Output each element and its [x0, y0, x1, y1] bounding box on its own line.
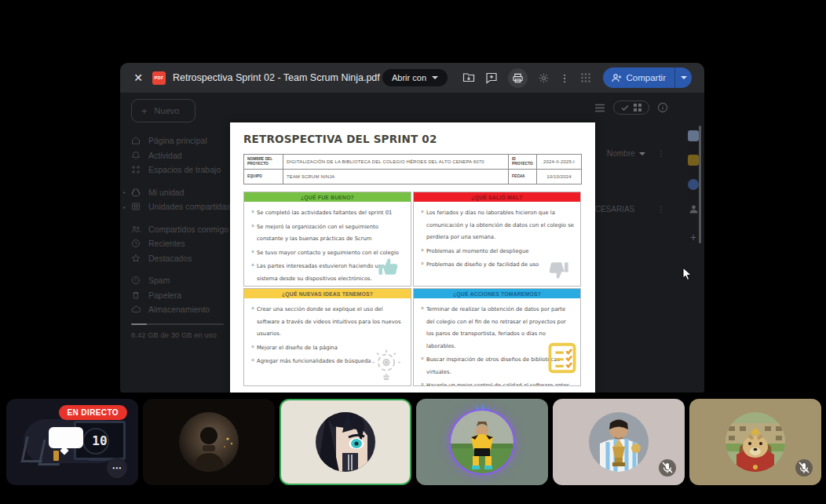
mouse-cursor — [682, 267, 693, 281]
folder-menu-icon[interactable]: ⋮ — [657, 205, 665, 214]
quadrant-actions: ¿QUÉ ACCIONES TOMAREMOS? oTerminar de re… — [413, 288, 581, 386]
lightbulb-icon — [370, 348, 403, 382]
mic-off-icon — [658, 458, 677, 477]
bullet-item: Los feriados y días no laborables hicier… — [426, 207, 574, 244]
bullet-item: Se mejoró la organización con el seguimi… — [257, 221, 404, 246]
bullet-item: Hacerle un mejor control de calidad al s… — [426, 380, 574, 385]
add-comment-icon[interactable] — [485, 71, 498, 84]
quadrant-title: ¿QUÉ SALIÓ MAL? — [471, 195, 522, 200]
apps-grid-icon[interactable] — [580, 72, 591, 83]
bullet-item: Crear una sección donde se explique el u… — [257, 304, 404, 341]
open-with-button[interactable]: Abrir con — [382, 69, 448, 86]
file-title: Retrospectiva Sprint 02 - Team Scrum Nin… — [173, 72, 380, 83]
quadrant-title: ¿QUÉ ACCIONES TOMAREMOS? — [453, 291, 541, 297]
tile-participant-6[interactable] — [689, 399, 821, 485]
add-to-drive-icon[interactable] — [462, 71, 475, 84]
live-badge: EN DIRECTO — [59, 405, 128, 420]
side-panel-apps: + — [688, 130, 699, 243]
drive-new-button[interactable]: + Nuevo — [131, 99, 196, 122]
quadrant-title: ¿QUÉ NUEVAS IDEAS TENEMOS? — [282, 291, 373, 297]
tasks-icon[interactable] — [688, 179, 699, 190]
more-options-icon[interactable]: ⋮ — [560, 73, 570, 83]
quadrant-title: ¿QUÉ FUE BUENO? — [301, 195, 354, 200]
tile-presentation-live[interactable]: 10 EN DIRECTO ⋯ — [6, 399, 138, 485]
sort-by-name[interactable]: Nombre — [607, 149, 645, 158]
tile-participant-3-active[interactable] — [280, 399, 411, 485]
meta-value: 2024-II-2025-I — [537, 155, 582, 170]
contacts-icon[interactable] — [689, 203, 699, 217]
tile-participant-4[interactable] — [416, 399, 548, 485]
avatar — [589, 412, 649, 472]
new-label: Nuevo — [155, 106, 180, 115]
column-menu-icon[interactable]: ⋮ — [657, 149, 665, 158]
meta-label: ID PROYECTO — [509, 155, 537, 170]
avatar — [316, 412, 375, 472]
drive-background: + Nuevo Página principal Actividad Espac… — [120, 93, 704, 393]
meta-label: FECHA — [509, 170, 537, 184]
meta-value: DIGITALIZACIÓN DE LA BIBLIOTECA DEL COLE… — [283, 155, 509, 170]
avatar — [451, 411, 514, 473]
get-addons-icon[interactable]: + — [690, 231, 696, 243]
thumbs-down-icon — [543, 254, 574, 284]
meta-value: TEAM SCRUM NINJA — [283, 170, 509, 184]
document-title: RETROSPECTIVA DEL SPRINT 02 — [243, 133, 437, 145]
tile-more-menu[interactable]: ⋯ — [107, 458, 127, 478]
checklist-icon — [547, 341, 577, 374]
viewer-topbar: ✕ PDF Retrospectiva Sprint 02 - Team Scr… — [120, 63, 704, 93]
open-with-label: Abrir con — [392, 73, 426, 82]
keep-icon[interactable] — [688, 155, 699, 166]
quadrant-what-went-wrong: ¿QUÉ SALIÓ MAL? oLos feriados y días no … — [413, 192, 581, 287]
card-illustration — [49, 427, 83, 448]
share-label: Compartir — [627, 73, 666, 82]
layout-toggle-pill[interactable] — [613, 100, 649, 115]
plus-icon: + — [141, 105, 148, 117]
meta-label: NOMBRE DEL PROYECTO — [244, 155, 283, 170]
settings-gear-icon[interactable] — [538, 72, 550, 84]
meet-stage: ✕ PDF Retrospectiva Sprint 02 - Team Scr… — [0, 0, 826, 504]
quadrant-new-ideas: ¿QUÉ NUEVAS IDEAS TENEMOS? oCrear una se… — [243, 288, 411, 386]
storage-progress — [131, 323, 224, 326]
bullet-item: Se completó las actividades faltantes de… — [257, 207, 404, 220]
print-icon[interactable] — [508, 68, 528, 88]
scrollbar[interactable] — [699, 126, 701, 243]
close-icon[interactable]: ✕ — [131, 71, 145, 84]
pdf-file-icon: PDF — [152, 71, 166, 85]
info-icon — [657, 102, 668, 113]
chevron-down-icon — [432, 76, 438, 79]
calendar-icon[interactable] — [688, 130, 699, 141]
avatar — [179, 412, 239, 472]
retrospective-grid: ¿QUÉ FUE BUENO? oSe completó las activid… — [243, 192, 581, 386]
mic-off-icon — [795, 458, 813, 477]
share-dropdown[interactable] — [674, 68, 692, 88]
tile-participant-5[interactable] — [553, 399, 685, 485]
view-toggle[interactable] — [594, 100, 668, 115]
quadrant-what-went-well: ¿QUÉ FUE BUENO? oSe completó las activid… — [243, 192, 411, 287]
person-add-icon — [611, 73, 622, 82]
tile-participant-2[interactable] — [143, 399, 275, 485]
meta-label: EQUIPO — [244, 170, 283, 184]
share-button[interactable]: Compartir — [603, 68, 692, 88]
screen-share-viewer: ✕ PDF Retrospectiva Sprint 02 - Team Scr… — [120, 63, 704, 393]
pdf-page-1: RETROSPECTIVA DEL SPRINT 02 NOMBRE DEL P… — [230, 122, 595, 393]
meta-value: 10/10/2024 — [537, 170, 582, 184]
avatar — [725, 412, 785, 472]
thumbs-up-icon — [373, 253, 404, 283]
project-meta-table: NOMBRE DEL PROYECTO DIGITALIZACIÓN DE LA… — [243, 154, 582, 184]
